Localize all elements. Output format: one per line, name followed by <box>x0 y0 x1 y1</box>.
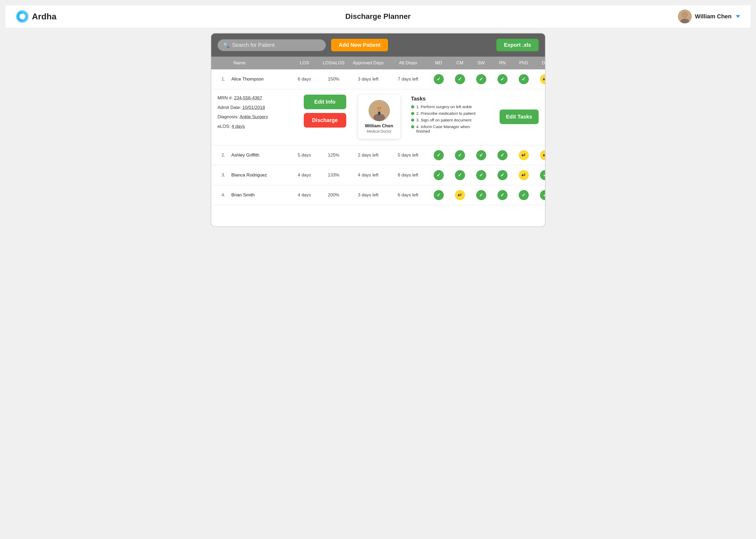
doctor-name: William Chen <box>365 123 393 129</box>
patient-name: Bianca Rodriguez <box>231 173 290 178</box>
doctor-avatar <box>369 100 390 121</box>
col-rn: RN <box>492 60 513 66</box>
clock-icon <box>521 152 526 158</box>
col-los-elos: LOS/eLOS <box>319 60 348 66</box>
add-new-patient-button[interactable]: Add New Patient <box>331 39 388 51</box>
logo-area: Ardha <box>16 10 56 23</box>
phd-status <box>513 190 534 200</box>
user-area[interactable]: William Chen <box>678 10 740 23</box>
approved-days-value: 3 days left <box>348 193 388 198</box>
task-item: 4. Inform Case Manager when finished <box>411 124 484 133</box>
row-number: 4. <box>215 193 231 198</box>
page-title: Discharge Planner <box>345 12 411 21</box>
check-icon <box>479 192 483 198</box>
row-number: 3. <box>215 173 231 178</box>
elos-value: 4 days <box>231 124 245 129</box>
cm-status <box>449 150 471 160</box>
rn-status <box>492 170 513 180</box>
col-los: LOS <box>290 60 319 66</box>
main-panel: 🔍 Add New Patient Export .xls Name LOS L… <box>211 33 546 227</box>
svg-point-10 <box>373 114 385 121</box>
alt-dispo-value: 8 days left <box>388 173 428 178</box>
cm-status <box>449 74 471 84</box>
check-icon <box>437 192 441 198</box>
check-icon <box>522 76 526 82</box>
doctor-card: William Chen Medical Doctor <box>358 95 401 139</box>
admit-date-value: 10/01/2018 <box>242 105 265 110</box>
check-icon <box>479 152 483 158</box>
rn-status <box>492 74 513 84</box>
table-row[interactable]: 2. Ashley Griffith 5 days 125% 2 days le… <box>211 145 545 165</box>
approved-days-value: 4 days left <box>348 173 388 178</box>
phd-status <box>513 74 534 84</box>
clock-icon <box>458 192 462 198</box>
clock-icon <box>521 172 526 178</box>
tasks-title: Tasks <box>411 96 484 102</box>
sw-status <box>471 170 492 180</box>
check-icon <box>437 152 441 158</box>
table-row[interactable]: 4. Brian Smith 4 days 200% 3 days left 6… <box>211 185 545 205</box>
clock-icon <box>543 76 546 82</box>
row-number: 2. <box>215 153 231 158</box>
alt-dispo-value: 5 days left <box>388 153 428 158</box>
col-sw: SW <box>471 60 492 66</box>
svg-point-7 <box>375 105 383 113</box>
search-bar[interactable]: 🔍 <box>218 39 326 51</box>
check-icon <box>543 172 546 178</box>
los-value: 5 days <box>290 153 319 158</box>
user-dropdown-icon[interactable] <box>736 15 740 18</box>
check-icon <box>543 192 546 198</box>
task-dot-icon <box>411 125 414 128</box>
edit-info-button[interactable]: Edit Info <box>304 95 346 109</box>
alt-dispo-value: 7 days left <box>388 77 428 82</box>
check-icon <box>500 172 504 178</box>
svg-point-4 <box>684 14 685 15</box>
md-status <box>428 74 449 84</box>
table-header: Name LOS LOS/eLOS Approved Days Alt Disp… <box>211 57 545 69</box>
elos-field: eLOS: 4 days <box>218 123 292 130</box>
task-item: 1. Perform surgery on left ankle <box>411 105 484 109</box>
los-elos-value: 150% <box>319 77 348 82</box>
search-input[interactable] <box>232 42 321 48</box>
task-dot-icon <box>411 105 414 109</box>
check-icon <box>479 76 483 82</box>
tasks-panel: Tasks 1. Perform surgery on left ankle 2… <box>407 95 488 137</box>
table-row[interactable]: 1. Alice Thompson 6 days 150% 3 days lef… <box>211 69 545 89</box>
col-name: Name <box>231 60 290 66</box>
action-buttons: Edit Info Discharge <box>304 95 346 127</box>
expanded-patient-row: MRN #: 234-556-4367 Admit Date: 10/01/20… <box>211 89 545 145</box>
los-elos-value: 200% <box>319 193 348 198</box>
table-row[interactable]: 3. Bianca Rodriguez 4 days 133% 4 days l… <box>211 165 545 185</box>
edit-tasks-button[interactable]: Edit Tasks <box>499 110 539 124</box>
admit-date-field: Admit Date: 10/01/2018 <box>218 104 292 111</box>
df-status <box>534 170 546 180</box>
md-status <box>428 150 449 160</box>
patient-info-panel: MRN #: 234-556-4367 Admit Date: 10/01/20… <box>218 95 292 132</box>
task-dot-icon <box>411 118 414 122</box>
empty-area <box>211 205 545 226</box>
phd-status <box>513 170 534 180</box>
doctor-title: Medical Doctor <box>367 129 391 133</box>
svg-point-9 <box>380 108 381 109</box>
col-cm: CM <box>449 60 471 66</box>
approved-days-value: 3 days left <box>348 77 388 82</box>
logo-text: Ardha <box>32 12 56 22</box>
los-elos-value: 125% <box>319 153 348 158</box>
svg-rect-11 <box>378 112 380 115</box>
task-text: 4. Inform Case Manager when finished <box>416 124 484 133</box>
check-icon <box>437 172 441 178</box>
check-icon <box>458 76 462 82</box>
col-approved-days: Approved Days <box>348 60 388 66</box>
svg-point-3 <box>683 13 687 17</box>
col-phd: PhD <box>513 60 534 66</box>
task-dot-icon <box>411 112 414 115</box>
rn-status <box>492 190 513 200</box>
export-button[interactable]: Export .xls <box>496 39 538 51</box>
task-item: 3. Sign off on patient document <box>411 118 484 122</box>
cm-status <box>449 170 471 180</box>
discharge-button[interactable]: Discharge <box>304 113 346 127</box>
check-icon <box>500 152 504 158</box>
cm-status <box>449 190 471 200</box>
alt-dispo-value: 6 days left <box>388 193 428 198</box>
avatar <box>678 10 692 23</box>
